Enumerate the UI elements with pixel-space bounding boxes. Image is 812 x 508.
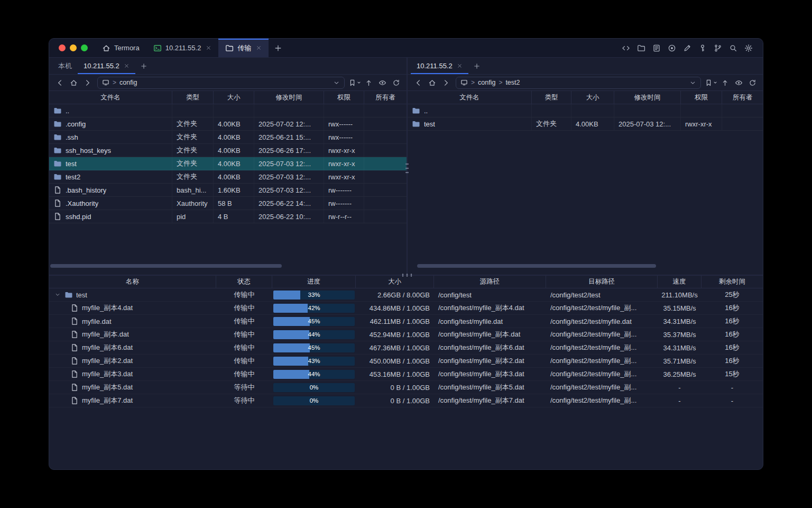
column-header[interactable]: 类型 <box>532 91 571 104</box>
path-breadcrumb[interactable]: >config <box>97 77 345 89</box>
titlebar-tab-10.211.55.2[interactable]: 10.211.55.2 <box>146 39 219 57</box>
divider-grip-icon[interactable] <box>400 273 414 277</box>
file-row[interactable]: .. <box>408 104 763 117</box>
file-row[interactable]: test2文件夹4.00KB2025-07-03 12:...rwxr-xr-x <box>49 170 407 184</box>
pane-tab-10.211.55.2[interactable]: 10.211.55.2 <box>411 58 468 74</box>
column-header[interactable]: 文件名 <box>49 91 172 104</box>
file-row[interactable]: test文件夹4.00KB2025-07-03 12:...rwxr-xr-x <box>408 117 763 131</box>
transfer-row[interactable]: myfile_副本2.dat传输中43%450.00MB / 1.00GB/co… <box>49 355 763 368</box>
transfer-row[interactable]: myfile_副本3.dat传输中44%453.16MB / 1.00GB/co… <box>49 368 763 381</box>
chevron-down-icon[interactable] <box>689 79 696 86</box>
refresh-button[interactable] <box>746 76 759 89</box>
code-button[interactable] <box>619 42 633 55</box>
file-owner <box>364 157 407 170</box>
record-button[interactable] <box>665 42 679 55</box>
path-breadcrumb[interactable]: >config>test2 <box>456 77 701 89</box>
progress-bar: 42% <box>273 304 355 313</box>
file-row[interactable]: sshd.pidpid4 B2025-06-22 10:...rw-r--r-- <box>49 210 407 223</box>
pane-tab-10.211.55.2[interactable]: 10.211.55.2 <box>78 58 135 74</box>
close-pane-tab-icon[interactable] <box>457 63 463 69</box>
show-hidden-files-button[interactable] <box>376 76 389 89</box>
key-button[interactable] <box>696 42 709 55</box>
transfer-row[interactable]: myfile_副本.dat传输中44%452.94MB / 1.00GB/con… <box>49 328 763 341</box>
horizontal-scrollbar[interactable] <box>417 264 656 268</box>
transfer-column-header[interactable]: 名称 <box>49 276 216 288</box>
column-header[interactable]: 所有者 <box>722 91 763 104</box>
new-pane-tab-button[interactable] <box>468 58 485 74</box>
transfer-column-header[interactable]: 大小 <box>356 276 434 288</box>
upload-button[interactable] <box>718 76 731 89</box>
refresh-button[interactable] <box>390 76 402 89</box>
transfer-item-name: myfile_副本.dat <box>82 330 129 339</box>
file-owner <box>364 144 407 157</box>
column-header[interactable]: 所有者 <box>364 91 407 104</box>
file-mtime: 2025-07-03 12:... <box>254 170 324 183</box>
expand-chevron-icon[interactable] <box>53 292 61 298</box>
transfer-row[interactable]: myfile.dat传输中45%462.11MB / 1.00GB/config… <box>49 315 763 328</box>
horizontal-scrollbar[interactable] <box>50 264 282 268</box>
column-header[interactable]: 权限 <box>681 91 722 104</box>
file-row[interactable]: .XauthorityXauthority58 B2025-06-22 14:.… <box>49 197 407 210</box>
macos-close-button[interactable] <box>59 44 66 51</box>
forward-button[interactable] <box>81 76 94 89</box>
home-button[interactable] <box>426 76 438 89</box>
path-segment[interactable]: test2 <box>505 79 520 86</box>
file-row[interactable]: ssh_host_keys文件夹4.00KB2025-06-26 17:...r… <box>49 144 407 157</box>
transfer-row[interactable]: test传输中33%2.66GB / 8.00GB/config/test/co… <box>49 288 763 302</box>
column-header[interactable]: 文件名 <box>408 91 532 104</box>
forward-button[interactable] <box>439 76 452 89</box>
close-tab-icon[interactable] <box>256 45 262 51</box>
search-button[interactable] <box>726 42 740 55</box>
transfer-target-path: /config/test2/test/myfile_副... <box>546 355 658 367</box>
file-row[interactable]: .bash_historybash_hi...1.60KB2025-07-03 … <box>49 184 407 197</box>
show-hidden-files-button[interactable] <box>732 76 745 89</box>
transfer-row[interactable]: myfile_副本6.dat传输中45%467.36MB / 1.00GB/co… <box>49 341 763 355</box>
file-row[interactable]: test文件夹4.00KB2025-07-03 12:...rwxr-xr-x <box>49 157 407 170</box>
transfer-column-header[interactable]: 源路径 <box>434 276 546 288</box>
titlebar-tab-Termora[interactable]: Termora <box>95 39 146 57</box>
close-pane-tab-icon[interactable] <box>124 63 130 69</box>
folder-outline-button[interactable] <box>634 42 648 55</box>
bookmark-button[interactable] <box>705 76 717 89</box>
file-row[interactable]: .ssh文件夹4.00KB2025-06-21 15:...rwx------ <box>49 131 407 144</box>
transfer-column-header[interactable]: 进度 <box>272 276 356 288</box>
pencil-button[interactable] <box>680 42 694 55</box>
titlebar-tab-传输[interactable]: 传输 <box>218 39 269 57</box>
upload-button[interactable] <box>362 76 375 89</box>
column-header[interactable]: 大小 <box>571 91 614 104</box>
path-segment[interactable]: config <box>119 79 137 86</box>
transfer-row[interactable]: myfile_副本4.dat传输中42%434.86MB / 1.00GB/co… <box>49 302 763 315</box>
branch-button[interactable] <box>711 42 725 55</box>
home-button[interactable] <box>67 76 80 89</box>
transfer-column-header[interactable]: 速度 <box>658 276 702 288</box>
macos-zoom-button[interactable] <box>81 44 88 51</box>
new-pane-tab-button[interactable] <box>135 58 152 74</box>
back-button[interactable] <box>53 76 66 89</box>
transfer-column-header[interactable]: 目标路径 <box>546 276 658 288</box>
gear-button[interactable] <box>742 42 755 55</box>
transfer-row[interactable]: myfile_副本7.dat等待中0%0 B / 1.00GB/config/t… <box>49 394 763 407</box>
macos-minimize-button[interactable] <box>70 44 77 51</box>
chevron-down-icon[interactable] <box>333 79 340 86</box>
transfer-row[interactable]: myfile_副本5.dat等待中0%0 B / 1.00GB/config/t… <box>49 381 763 394</box>
computer-icon <box>102 79 109 86</box>
file-size: 4.00KB <box>214 170 254 183</box>
transfer-panel-divider[interactable] <box>49 275 763 276</box>
transfer-column-header[interactable]: 状态 <box>216 276 272 288</box>
back-button[interactable] <box>412 76 425 89</box>
column-header[interactable]: 大小 <box>214 91 254 104</box>
file-row[interactable]: .. <box>49 104 407 117</box>
log-button[interactable] <box>650 42 663 55</box>
close-tab-icon[interactable] <box>206 45 211 51</box>
pane-tab-本机[interactable]: 本机 <box>52 58 78 74</box>
path-segment[interactable]: config <box>478 79 495 86</box>
bookmark-button[interactable] <box>348 76 361 89</box>
transfer-column-header[interactable]: 剩余时间 <box>702 276 763 288</box>
column-header[interactable]: 类型 <box>172 91 214 104</box>
column-header[interactable]: 修改时间 <box>614 91 681 104</box>
column-header[interactable]: 修改时间 <box>254 91 324 104</box>
column-header[interactable]: 权限 <box>324 91 364 104</box>
new-tab-button[interactable] <box>269 39 288 57</box>
file-row[interactable]: .config文件夹4.00KB2025-07-02 12:...rwx----… <box>49 117 407 131</box>
progress-bar: 0% <box>273 396 355 405</box>
